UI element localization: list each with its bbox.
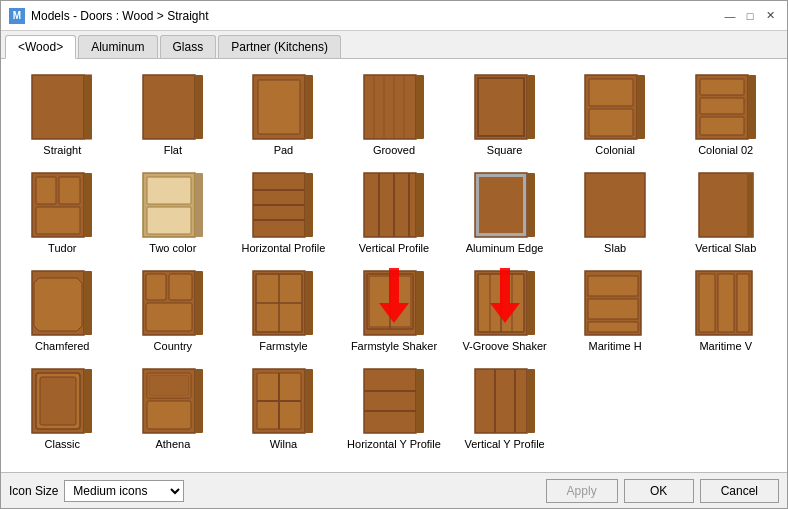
door-label-tudor: Tudor [48, 242, 76, 254]
svg-rect-66 [699, 173, 753, 237]
svg-rect-112 [40, 377, 76, 425]
door-item-hyprofile[interactable]: Horizontal Y Profile [341, 361, 448, 455]
tab-wood[interactable]: <Wood> [5, 35, 76, 59]
door-item-vyprofile[interactable]: Vertical Y Profile [451, 361, 558, 455]
door-item-vprofile[interactable]: Vertical Profile [341, 165, 448, 259]
door-thumbnail-wilna [248, 366, 318, 436]
icon-size-label: Icon Size [9, 484, 58, 498]
svg-rect-101 [588, 276, 638, 296]
door-label-classic: Classic [45, 438, 80, 450]
door-thumbnail-straight [27, 72, 97, 142]
door-label-farmshaker: Farmstyle Shaker [351, 340, 437, 352]
door-item-flat[interactable]: Flat [120, 67, 227, 161]
bottom-bar: Icon Size Small iconsMedium iconsLarge i… [1, 472, 787, 508]
door-thumbnail-classic [27, 366, 97, 436]
svg-rect-35 [36, 177, 56, 204]
door-item-tudor[interactable]: Tudor [9, 165, 116, 259]
door-thumbnail-twocolor [138, 170, 208, 240]
door-item-pad[interactable]: Pad [230, 67, 337, 161]
tab-bar: <Wood>AluminumGlassPartner (Kitchens) [1, 31, 787, 59]
title-bar: M Models - Doors : Wood > Straight — □ ✕ [1, 1, 787, 31]
door-thumbnail-maritimeh [580, 268, 650, 338]
door-item-grooved[interactable]: Grooved [341, 67, 448, 161]
door-item-colonial02[interactable]: Colonial 02 [672, 67, 779, 161]
door-label-vyprofile: Vertical Y Profile [464, 438, 544, 450]
svg-rect-33 [748, 75, 756, 139]
door-thumbnail-hprofile [248, 170, 318, 240]
door-item-twocolor[interactable]: Two color [120, 165, 227, 259]
door-item-maritimeh[interactable]: Maritime H [562, 263, 669, 357]
door-item-vslab[interactable]: Vertical Slab [672, 165, 779, 259]
tab-partner[interactable]: Partner (Kitchens) [218, 35, 341, 58]
icon-size-select[interactable]: Small iconsMedium iconsLarge icons [64, 480, 184, 502]
door-label-farmstyle: Farmstyle [259, 340, 307, 352]
window-controls: — □ ✕ [721, 7, 779, 25]
door-item-aledge[interactable]: Aluminum Edge [451, 165, 558, 259]
cancel-button[interactable]: Cancel [700, 479, 779, 503]
maximize-button[interactable]: □ [741, 7, 759, 25]
svg-rect-30 [700, 98, 744, 114]
door-thumbnail-colonial [580, 72, 650, 142]
door-thumbnail-aledge [470, 170, 540, 240]
svg-rect-106 [699, 274, 715, 332]
door-item-country[interactable]: Country [120, 263, 227, 357]
door-item-farmshaker[interactable]: Farmstyle Shaker [341, 263, 448, 357]
door-item-hprofile[interactable]: Horizontal Profile [230, 165, 337, 259]
svg-rect-12 [364, 75, 416, 139]
door-label-colonial: Colonial [595, 144, 635, 156]
svg-rect-72 [84, 271, 92, 335]
door-label-pad: Pad [274, 144, 294, 156]
svg-rect-11 [305, 75, 313, 139]
door-label-slab: Slab [604, 242, 626, 254]
door-thumbnail-hyprofile [359, 366, 429, 436]
svg-rect-76 [146, 303, 192, 331]
door-label-athena: Athena [155, 438, 190, 450]
door-item-slab[interactable]: Slab [562, 165, 669, 259]
tab-aluminum[interactable]: Aluminum [78, 35, 157, 58]
svg-rect-42 [147, 207, 191, 234]
minimize-button[interactable]: — [721, 7, 739, 25]
door-item-wilna[interactable]: Wilna [230, 361, 337, 455]
svg-rect-107 [718, 274, 734, 332]
door-item-straight[interactable]: Straight [9, 67, 116, 161]
door-item-farmstyle[interactable]: Farmstyle [230, 263, 337, 357]
ok-button[interactable]: OK [624, 479, 694, 503]
door-item-square[interactable]: Square [451, 67, 558, 161]
tab-glass[interactable]: Glass [160, 35, 217, 58]
svg-rect-50 [305, 173, 313, 237]
door-item-vgrooveshaker[interactable]: V-Groove Shaker [451, 263, 558, 357]
door-item-maritimev[interactable]: Maritime V [672, 263, 779, 357]
svg-rect-2 [84, 75, 92, 139]
svg-rect-36 [59, 177, 80, 204]
door-thumbnail-flat [138, 72, 208, 142]
door-thumbnail-vprofile [359, 170, 429, 240]
door-label-vgrooveshaker: V-Groove Shaker [462, 340, 546, 352]
svg-rect-0 [32, 75, 84, 139]
door-label-chamfered: Chamfered [35, 340, 89, 352]
door-thumbnail-athena [138, 366, 208, 436]
svg-rect-74 [146, 274, 166, 300]
door-label-wilna: Wilna [270, 438, 298, 450]
door-label-maritimev: Maritime V [699, 340, 752, 352]
door-item-classic[interactable]: Classic [9, 361, 116, 455]
svg-rect-131 [416, 369, 424, 433]
door-thumbnail-slab [580, 170, 650, 240]
svg-rect-63 [527, 173, 535, 237]
close-button[interactable]: ✕ [761, 7, 779, 25]
main-window: M Models - Doors : Wood > Straight — □ ✕… [0, 0, 788, 509]
door-label-vslab: Vertical Slab [695, 242, 756, 254]
svg-rect-5 [143, 75, 195, 139]
window-title: Models - Doors : Wood > Straight [31, 9, 209, 23]
door-item-colonial[interactable]: Colonial [562, 67, 669, 161]
svg-rect-75 [169, 274, 192, 300]
apply-button[interactable]: Apply [546, 479, 618, 503]
svg-rect-98 [527, 271, 535, 335]
door-item-athena[interactable]: Athena [120, 361, 227, 455]
svg-rect-103 [588, 322, 638, 332]
door-thumbnail-grooved [359, 72, 429, 142]
svg-rect-68 [747, 173, 753, 237]
svg-rect-127 [364, 369, 416, 433]
door-item-chamfered[interactable]: Chamfered [9, 263, 116, 357]
svg-rect-102 [588, 299, 638, 319]
svg-rect-9 [258, 80, 300, 134]
